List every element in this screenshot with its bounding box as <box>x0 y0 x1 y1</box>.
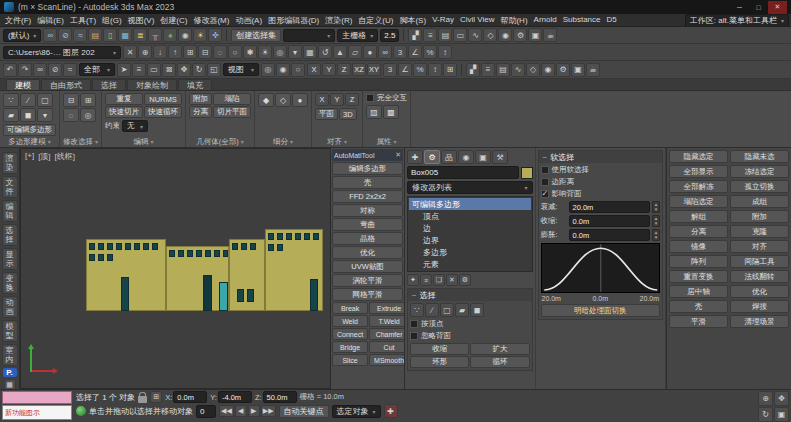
edge-mode-icon[interactable]: ∕ <box>20 93 36 107</box>
shelf-button[interactable]: 全部解冻 <box>669 180 728 193</box>
scale-icon[interactable]: ◱ <box>207 63 221 77</box>
vertex-icon[interactable]: ∵ <box>410 303 424 317</box>
p-badge-icon[interactable]: P. <box>3 368 17 377</box>
sidebar-item[interactable]: 动画 <box>2 296 18 318</box>
poly-op-button[interactable]: Cut <box>369 341 405 353</box>
angle-snap-icon[interactable]: ∠ <box>398 63 412 77</box>
spinner-arrows-icon[interactable] <box>652 201 660 213</box>
align-icon[interactable]: ≡ <box>481 63 495 77</box>
ribbon-tab[interactable]: 选择 <box>92 79 126 90</box>
edit-named-sets-icon[interactable]: ⊞ <box>443 63 457 77</box>
automatltool-titlebar[interactable]: AutoMatlTool ✕ <box>332 149 403 161</box>
select-object-icon[interactable]: ➤ <box>117 63 131 77</box>
ungroup-icon[interactable]: ⊟ <box>198 45 212 59</box>
uvw-map-icon[interactable]: ▦ <box>303 45 317 59</box>
modifier-shortcut-button[interactable]: 编辑多边形 <box>332 162 403 175</box>
tree-icon[interactable]: ♠ <box>163 28 177 42</box>
menu-item[interactable]: 自定义(U) <box>355 15 396 26</box>
object-color-swatch[interactable] <box>521 167 533 179</box>
motion-tab-icon[interactable]: ◉ <box>458 150 474 164</box>
pin-stack-icon[interactable]: ✦ <box>407 274 419 286</box>
schematic-view-icon[interactable]: ◇ <box>526 63 540 77</box>
maxscript-mini-listener[interactable]: 新功能图示 <box>2 391 72 421</box>
ribbon-button[interactable]: 快速切片 <box>105 106 143 118</box>
clean-scene-icon[interactable]: ✕ <box>123 45 137 59</box>
align-axis-button[interactable]: X <box>315 93 329 106</box>
railing-icon[interactable]: ╥ <box>148 28 162 42</box>
merge-icon[interactable]: ⊕ <box>138 45 152 59</box>
ribbon-group-caption[interactable]: 属性 <box>366 136 407 147</box>
workspace-dropdown[interactable]: 工作区: alt.菜单和工具栏 <box>685 14 789 27</box>
modifier-shortcut-button[interactable]: 优化 <box>332 246 403 259</box>
move-icon[interactable]: ✥ <box>177 63 191 77</box>
facade-window-rect[interactable] <box>187 250 193 257</box>
modifier-stack-item[interactable]: 可编辑多边形 <box>409 198 531 210</box>
menu-item[interactable]: 修改器(M) <box>190 15 232 26</box>
ribbon-button[interactable]: 附加 <box>189 93 212 105</box>
spinner-value-field[interactable]: 20.0m <box>569 201 651 213</box>
selection-rollout-header[interactable]: 选择 <box>408 289 532 301</box>
sidebar-item[interactable]: 文件 <box>2 176 18 198</box>
scene-explorer-icon[interactable]: ▤ <box>496 63 510 77</box>
modifier-shortcut-button[interactable]: 壳 <box>332 176 403 189</box>
menu-item[interactable]: 组(G) <box>99 15 125 26</box>
facade-window-rect[interactable] <box>214 250 220 257</box>
shelf-button[interactable]: 孤立切换 <box>730 180 789 193</box>
shelf-button[interactable]: 间隔工具 <box>730 255 789 268</box>
import-icon[interactable]: ↓ <box>153 45 167 59</box>
modifier-stack-item[interactable]: 元素 <box>409 258 531 270</box>
modifier-shortcut-button[interactable]: FFD 2x2x2 <box>332 190 403 203</box>
group-icon[interactable]: ⊞ <box>183 45 197 59</box>
modifier-stack-item[interactable]: 边 <box>409 222 531 234</box>
soft-selection-checkbox[interactable]: 使用软选择 <box>541 165 661 175</box>
menu-item[interactable]: 编辑(E) <box>34 15 67 26</box>
ribbon-button[interactable]: 分离 <box>189 106 212 118</box>
backface-cull-icon[interactable]: ▨ <box>366 105 382 119</box>
facade-window-rect[interactable] <box>107 243 113 250</box>
selection-filter-dropdown[interactable]: 全部 <box>79 63 115 76</box>
helper-icon[interactable]: ✜ <box>208 28 222 42</box>
undo-icon[interactable]: ↶ <box>3 63 17 77</box>
material-clean-icon[interactable]: ● <box>363 45 377 59</box>
link-icon[interactable]: ∞ <box>33 63 47 77</box>
ribbon-group-caption[interactable]: 几何体(全部) <box>189 136 251 147</box>
shelf-button[interactable]: 克隆 <box>730 225 789 238</box>
spinner-arrows-icon[interactable] <box>652 229 660 241</box>
ribbon-button[interactable]: 切片平面 <box>213 106 251 118</box>
listener-status-icon[interactable] <box>76 406 86 416</box>
select-by-name-icon[interactable]: ≡ <box>132 63 146 77</box>
modifier-stack-item[interactable]: 顶点 <box>409 210 531 222</box>
selection-lock-icon[interactable] <box>138 396 147 403</box>
pan-icon[interactable]: ✥ <box>774 391 789 406</box>
bind-to-space-warp-icon[interactable]: ≈ <box>73 28 87 42</box>
utilities-tab-icon[interactable]: ⚒ <box>492 150 508 164</box>
ribbon-group-caption[interactable]: 编辑 <box>105 136 182 147</box>
facade-window-rect[interactable] <box>310 279 318 311</box>
viewport-menu-plus[interactable]: [+] <box>25 151 34 162</box>
previous-frame-icon[interactable]: ◀ <box>235 405 247 417</box>
close-button[interactable]: ✕ <box>768 1 787 14</box>
ribbon-button[interactable]: 塌陷 <box>213 93 251 105</box>
shelf-button[interactable]: 解组 <box>669 210 728 223</box>
shelf-button[interactable]: 附加 <box>730 210 789 223</box>
grid-dropdown[interactable]: 主栅格 <box>337 29 378 42</box>
modifier-list-dropdown[interactable]: 修改器列表 <box>407 181 533 194</box>
grow-selection-icon[interactable]: ⊞ <box>80 93 96 107</box>
shelf-button[interactable]: 阵列 <box>669 255 728 268</box>
unhide-icon[interactable]: ○ <box>228 45 242 59</box>
ribbon-group-caption[interactable]: 对齐 <box>315 136 359 147</box>
shelf-button[interactable]: 对齐 <box>730 240 789 253</box>
menu-item[interactable]: Civil View <box>457 15 498 26</box>
poly-op-button[interactable]: Connect <box>332 328 368 340</box>
polygon-mode-icon[interactable]: ▰ <box>3 108 19 122</box>
shaded-face-toggle-button[interactable]: 明暗处理面切换 <box>541 304 661 317</box>
make-unique-icon[interactable]: ❏ <box>433 274 445 286</box>
spinner-value-field[interactable]: 0.0m <box>569 215 651 227</box>
axis-constraint-button[interactable]: XZ <box>352 63 366 76</box>
facade-window-rect[interactable] <box>89 254 95 261</box>
facade-window-rect[interactable] <box>277 233 283 240</box>
ribbon-group-caption[interactable]: 多边形建模 <box>3 136 56 147</box>
poly-op-button[interactable]: Extrude <box>369 302 405 314</box>
camera-icon[interactable]: ◉ <box>178 28 192 42</box>
axis-constraint-button[interactable]: Z <box>337 63 351 76</box>
